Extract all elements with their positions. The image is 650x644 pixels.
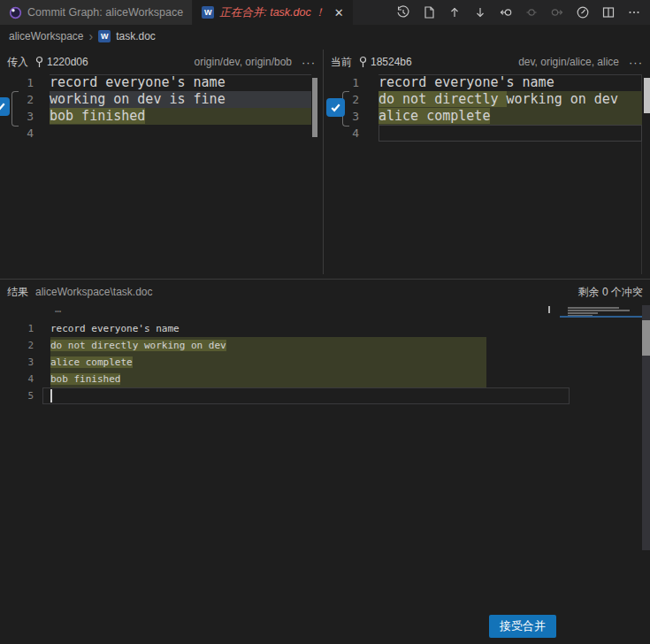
current-pane-header: 当前 18524b6 dev, origin/alice, alice ··· — [324, 50, 650, 74]
minimap-line — [568, 307, 619, 309]
code-text: alice complete — [379, 108, 490, 125]
tab-commit-graph[interactable]: Commit Graph: aliceWorkspace — [0, 0, 193, 25]
tab-bar: Commit Graph: aliceWorkspace W 正在合并: tas… — [0, 0, 650, 25]
scrollbar-thumb[interactable] — [312, 78, 317, 137]
line-number: 4 — [0, 371, 34, 387]
branch-labels: dev, origin/alice, alice — [518, 56, 619, 68]
next-conflict-icon[interactable] — [550, 5, 564, 19]
minimap-line — [568, 310, 630, 311]
code-line[interactable]: 5 — [0, 387, 650, 404]
tab-merging-task-doc[interactable]: W 正在合并: task.doc ！ ✕ — [193, 0, 352, 25]
result-pane-header: 结果 aliceWorkspace\task.doc 剩余 0 个冲突 — [0, 280, 650, 304]
tab-label: Commit Graph: aliceWorkspace — [27, 6, 183, 19]
arrow-up-icon[interactable] — [447, 5, 462, 19]
word-file-icon: W — [202, 6, 214, 19]
code-line[interactable]: 2working on dev is fine — [0, 91, 323, 108]
git-graph-icon — [9, 6, 22, 19]
result-pane: 结果 aliceWorkspace\task.doc 剩余 0 个冲突 ⋯ 1r… — [0, 280, 650, 644]
current-pane: 当前 18524b6 dev, origin/alice, alice ··· … — [324, 50, 650, 274]
split-editor-icon[interactable] — [601, 5, 616, 19]
code-line[interactable]: 2do not directly working on dev — [0, 337, 650, 354]
pane-title: 当前 — [331, 55, 352, 70]
code-text: alice complete — [50, 354, 133, 371]
line-number: 3 — [0, 354, 34, 371]
current-editor[interactable]: 1record everyone's name2do not directly … — [324, 74, 650, 274]
git-commit-icon — [358, 56, 368, 68]
arrow-down-icon[interactable] — [473, 5, 487, 19]
code-line[interactable]: 1record everyone's name — [324, 74, 650, 91]
code-line[interactable]: 4 — [0, 125, 323, 142]
folded-region-row: ⋯ — [0, 305, 650, 320]
line-number: 4 — [324, 125, 359, 142]
accept-merge-button[interactable]: 接受合并 — [489, 615, 556, 638]
tab-label: 正在合并: task.doc ！ — [219, 5, 325, 20]
commit-id: 18524b6 — [358, 56, 412, 68]
chevron-right-icon: › — [88, 29, 93, 43]
code-text: record everyone's name — [379, 74, 554, 91]
pane-title: 结果 — [7, 285, 28, 300]
code-line[interactable]: 2do not directly working on dev — [324, 91, 650, 108]
code-text: record everyone's name — [50, 320, 180, 337]
incoming-editor[interactable]: 1record everyone's name2working on dev i… — [0, 74, 323, 274]
scrollbar-thumb[interactable] — [642, 320, 650, 356]
conflict-bracket — [11, 91, 19, 126]
code-text: bob finished — [50, 108, 145, 125]
breadcrumb: aliceWorkspace › W task.doc — [0, 25, 650, 48]
code-line[interactable]: 4 — [324, 125, 650, 142]
minimap-line — [568, 312, 598, 314]
vscode-merge-editor-window: Commit Graph: aliceWorkspace W 正在合并: tas… — [0, 0, 650, 644]
code-line[interactable]: 1record everyone's name — [0, 320, 650, 337]
code-line[interactable]: 4bob finished — [0, 371, 650, 387]
open-changes-icon[interactable] — [422, 5, 436, 19]
merge-top-panes: 传入 1220d06 origin/dev, origin/bob ··· 1r… — [0, 50, 650, 274]
git-commit-icon — [34, 56, 44, 68]
folded-region-indicator[interactable]: ⋯ — [55, 305, 63, 320]
accept-incoming-checkbox[interactable] — [0, 97, 10, 116]
code-text: working on dev is fine — [50, 91, 226, 108]
pane-menu-button[interactable]: ··· — [625, 56, 643, 69]
more-actions-icon[interactable] — [627, 5, 641, 19]
pane-title: 传入 — [7, 55, 28, 70]
conflicts-remaining-label: 剩余 0 个冲突 — [578, 285, 643, 300]
code-line[interactable]: 1record everyone's name — [0, 74, 323, 91]
line-number: 4 — [0, 125, 34, 142]
minimap[interactable] — [566, 306, 641, 320]
accept-current-checkbox[interactable] — [326, 98, 345, 117]
breadcrumb-workspace[interactable]: aliceWorkspace — [9, 30, 83, 42]
branch-labels: origin/dev, origin/bob — [194, 56, 292, 68]
editor-toolbar — [396, 0, 650, 25]
minimap-caret — [548, 306, 550, 313]
current-conflict-icon[interactable] — [524, 5, 539, 19]
code-line[interactable]: 3alice complete — [0, 354, 650, 371]
code-text: record everyone's name — [50, 74, 226, 91]
prev-conflict-icon[interactable] — [499, 5, 513, 19]
compare-base-icon[interactable] — [576, 5, 590, 19]
line-number: 1 — [324, 74, 359, 91]
result-file-path: aliceWorkspace\task.doc — [35, 286, 153, 298]
code-text: do not directly working on dev — [50, 337, 226, 354]
minimap-view-indicator — [560, 316, 644, 318]
history-icon[interactable] — [396, 5, 410, 19]
word-file-icon: W — [98, 30, 111, 42]
code-text: bob finished — [50, 371, 120, 387]
pane-menu-button[interactable]: ··· — [298, 56, 316, 69]
line-number: 1 — [0, 320, 34, 337]
scrollbar-thumb[interactable] — [644, 78, 650, 113]
line-number: 2 — [0, 337, 34, 354]
commit-id: 1220d06 — [34, 56, 88, 68]
breadcrumb-file[interactable]: task.doc — [116, 30, 156, 42]
line-number: 1 — [0, 74, 34, 91]
code-line[interactable]: 3bob finished — [0, 108, 323, 125]
result-editor[interactable]: ⋯ 1record everyone's name2do not directl… — [0, 305, 650, 644]
incoming-pane: 传入 1220d06 origin/dev, origin/bob ··· 1r… — [0, 50, 323, 274]
code-line[interactable]: 3alice complete — [324, 108, 650, 125]
incoming-pane-header: 传入 1220d06 origin/dev, origin/bob ··· — [0, 50, 323, 74]
code-text: do not directly working on dev — [379, 91, 618, 108]
close-icon[interactable]: ✕ — [334, 6, 344, 19]
line-number: 5 — [0, 387, 34, 404]
